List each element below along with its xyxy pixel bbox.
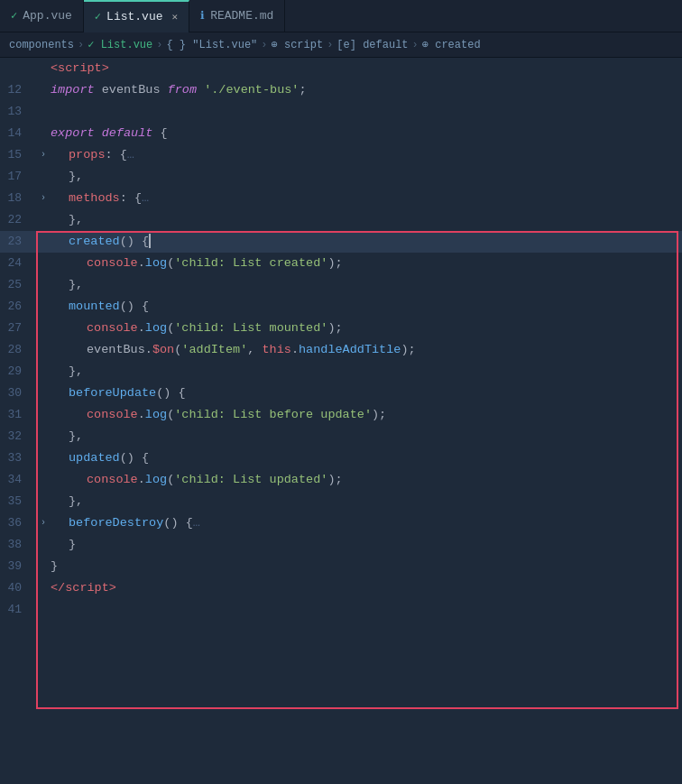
- line-34: 34 console.log('child: List updated');: [0, 469, 682, 491]
- line-14: 14 export default {: [0, 123, 682, 144]
- line-12: 12 import eventBus from './event-bus';: [0, 79, 682, 101]
- line-22: 22 },: [0, 209, 682, 231]
- tab-label: List.vue: [106, 10, 162, 23]
- vue-icon: ✓: [11, 9, 17, 23]
- tab-list-vue[interactable]: ✓ List.vue ✕: [84, 0, 189, 32]
- line-40: 40 </script>: [0, 577, 682, 599]
- line-24: 24 console.log('child: List created');: [0, 253, 682, 274]
- breadcrumb-scope: { } "List.vue": [166, 39, 257, 51]
- line-33: 33 updated() {: [0, 447, 682, 469]
- breadcrumb-created: ⊕ created: [422, 38, 481, 51]
- code-lines: <script> 12 import eventBus from './even…: [0, 58, 682, 621]
- line-13: 13: [0, 101, 682, 123]
- line-32: 32 },: [0, 426, 682, 447]
- line-26: 26 mounted() {: [0, 296, 682, 318]
- line-29: 29 },: [0, 361, 682, 383]
- editor[interactable]: <script> 12 import eventBus from './even…: [0, 58, 682, 784]
- tab-label: README.md: [210, 9, 273, 23]
- line-23: 23 created() {: [0, 231, 682, 253]
- breadcrumb-default: [e] default: [336, 39, 408, 51]
- line-17: 17 },: [0, 166, 682, 188]
- breadcrumb-script: ⊕ script: [272, 38, 324, 51]
- line-28: 28 eventBus.$on('addItem', this.handleAd…: [0, 339, 682, 361]
- tab-bar: ✓ App.vue ✓ List.vue ✕ ℹ README.md: [0, 0, 682, 32]
- breadcrumb-listvue: ✓ List.vue: [88, 38, 152, 51]
- line-39: 39 }: [0, 556, 682, 577]
- line-18: 18 › methods: {…: [0, 188, 682, 209]
- line-30: 30 beforeUpdate() {: [0, 383, 682, 404]
- tab-readme[interactable]: ℹ README.md: [189, 0, 285, 32]
- line-36: 36 › beforeDestroy() {…: [0, 512, 682, 534]
- line-31: 31 console.log('child: List before updat…: [0, 404, 682, 426]
- tab-label: App.vue: [23, 9, 72, 23]
- line-35: 35 },: [0, 491, 682, 512]
- info-icon: ℹ: [200, 9, 205, 23]
- line-15: 15 › props: {…: [0, 144, 682, 166]
- breadcrumb: components › ✓ List.vue › { } "List.vue"…: [0, 32, 682, 58]
- line-script-partial: <script>: [0, 58, 682, 79]
- line-38: 38 }: [0, 534, 682, 556]
- line-27: 27 console.log('child: List mounted');: [0, 318, 682, 339]
- tab-app-vue[interactable]: ✓ App.vue: [0, 0, 84, 32]
- vue-icon: ✓: [95, 10, 101, 23]
- line-41: 41: [0, 599, 682, 621]
- tab-close-button[interactable]: ✕: [172, 11, 179, 23]
- breadcrumb-components: components: [9, 39, 74, 51]
- line-25: 25 },: [0, 274, 682, 296]
